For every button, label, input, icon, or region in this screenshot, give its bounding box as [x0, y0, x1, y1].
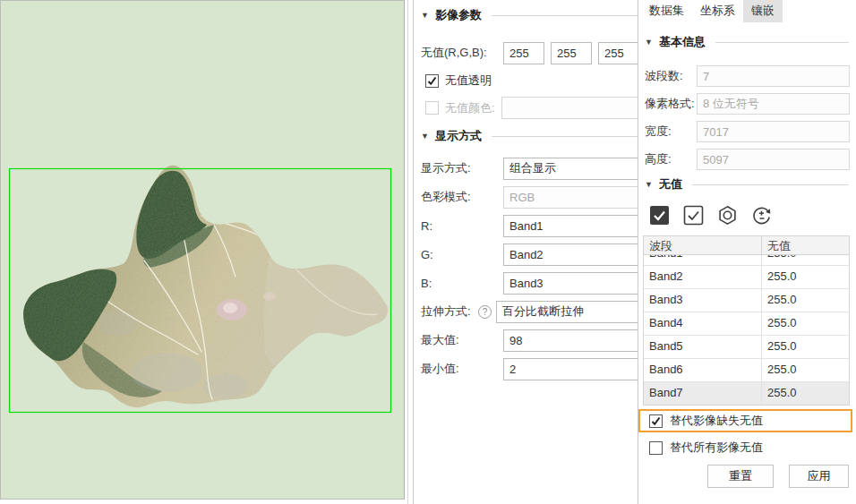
green-band-label: G:	[421, 248, 503, 261]
replace-missing-label: 替代影像缺失无值	[670, 413, 763, 429]
novalue-rgb-label: 无值(R,G,B):	[421, 45, 503, 61]
reset-button[interactable]: 重置	[707, 465, 774, 488]
collapse-arrow-icon: ▼	[421, 11, 429, 20]
blue-band-select[interactable]: Band3	[503, 272, 638, 295]
novalue-table-body: Band1255.0Band2255.0Band3255.0Band4255.0…	[644, 255, 849, 405]
band-column-header[interactable]: 波段	[644, 236, 762, 254]
red-band-select[interactable]: Band1	[503, 215, 638, 237]
replace-all-row[interactable]: 替代所有影像无值	[649, 440, 856, 456]
band-cell: Band6	[644, 359, 762, 381]
field-value: 7017	[697, 121, 850, 142]
field-label: 像素格式:	[645, 96, 697, 112]
section-basic-info[interactable]: ▼ 基本信息	[645, 34, 856, 50]
panel-tabs: 数据集坐标系镶嵌	[641, 0, 856, 22]
table-row[interactable]: Band4255.0	[644, 312, 849, 336]
help-icon[interactable]: ?	[478, 305, 492, 319]
novalue-r-input[interactable]: 255	[503, 42, 544, 64]
band-cell: Band7	[644, 382, 762, 405]
section-display-mode[interactable]: ▼ 显示方式	[421, 128, 638, 144]
application-window: ▼ 影像参数 无值(R,G,B): 255 255 255 无值透明 无值颜色:…	[0, 0, 856, 504]
max-value-label: 最大值:	[421, 332, 503, 348]
satellite-map-image	[1, 1, 404, 499]
apply-button[interactable]: 应用	[789, 465, 849, 488]
divider	[492, 15, 638, 16]
novalue-transparent-label: 无值透明	[445, 73, 492, 89]
mosaic-info-panel: 数据集坐标系镶嵌 ▼ 基本信息 波段数:7像素格式:8 位无符号宽度:7017高…	[638, 0, 856, 504]
basic-info-fields: 波段数:7像素格式:8 位无符号宽度:7017高度:5097	[641, 65, 856, 170]
novalue-b-input[interactable]: 255	[598, 42, 638, 64]
tab-坐标系[interactable]: 坐标系	[692, 0, 743, 22]
novalue-g-input[interactable]: 255	[551, 42, 592, 64]
novalue-cell: 255.0	[762, 289, 849, 312]
section-title: 影像参数	[435, 7, 482, 23]
table-row[interactable]: Band6255.0	[644, 359, 849, 382]
min-value-label: 最小值:	[421, 361, 503, 377]
replace-missing-checkbox[interactable]	[649, 414, 663, 428]
novalue-cell: 255.0	[762, 336, 849, 358]
collapse-arrow-icon: ▼	[421, 132, 429, 141]
table-row[interactable]: Band7255.0	[644, 382, 849, 405]
section-image-params[interactable]: ▼ 影像参数	[421, 7, 638, 23]
check-filled-icon[interactable]	[648, 204, 670, 226]
novalue-toolbar	[648, 203, 856, 226]
min-value-input[interactable]: 2	[503, 358, 638, 380]
band-cell: Band1	[644, 255, 762, 265]
divider	[715, 42, 849, 43]
band-cell: Band2	[644, 266, 762, 288]
color-mode-select: RGB	[503, 186, 638, 209]
table-scroll-area[interactable]: Band1255.0Band2255.0Band3255.0Band4255.0…	[644, 255, 849, 405]
novalue-color-checkbox[interactable]	[425, 101, 439, 115]
collapse-arrow-icon: ▼	[645, 180, 653, 189]
tab-镶嵌[interactable]: 镶嵌	[743, 0, 783, 22]
collapse-arrow-icon: ▼	[645, 38, 653, 47]
section-title: 显示方式	[435, 128, 482, 144]
image-params-panel: ▼ 影像参数 无值(R,G,B): 255 255 255 无值透明 无值颜色:…	[415, 0, 638, 504]
display-mode-select[interactable]: 组合显示	[503, 158, 638, 180]
band-cell: Band4	[644, 312, 762, 335]
field-label: 宽度:	[645, 124, 697, 140]
novalue-cell: 255.0	[762, 359, 849, 381]
replace-all-checkbox[interactable]	[649, 441, 663, 455]
table-row[interactable]: Band1255.0	[644, 255, 849, 266]
novalue-cell: 255.0	[762, 255, 849, 265]
blue-band-label: B:	[421, 277, 503, 290]
pane-splitter[interactable]	[405, 0, 414, 504]
hexagon-nut-icon[interactable]	[716, 204, 738, 226]
check-outline-icon[interactable]	[682, 204, 704, 226]
field-value: 7	[697, 65, 850, 87]
table-row[interactable]: Band2255.0	[644, 266, 849, 289]
novalue-column-header[interactable]: 无值	[762, 236, 849, 254]
action-buttons: 重置 应用	[641, 465, 849, 488]
band-cell: Band5	[644, 336, 762, 358]
section-title: 基本信息	[659, 34, 706, 50]
table-row[interactable]: Band3255.0	[644, 289, 849, 312]
novalue-table: 波段 无值 Band1255.0Band2255.0Band3255.0Band…	[643, 235, 850, 406]
recalc-plusminus-icon[interactable]	[750, 204, 772, 226]
novalue-color-label: 无值颜色:	[445, 100, 495, 116]
max-value-input[interactable]: 98	[503, 329, 638, 352]
novalue-transparent-checkbox[interactable]	[425, 74, 439, 88]
stretch-mode-select[interactable]: 百分比截断拉伸	[496, 301, 638, 323]
table-header: 波段 无值	[644, 236, 849, 255]
replace-missing-row[interactable]: 替代影像缺失无值	[638, 409, 852, 432]
novalue-cell: 255.0	[762, 382, 849, 405]
info-field-row: 像素格式:8 位无符号	[645, 93, 856, 115]
color-mode-label: 色彩模式:	[421, 189, 503, 205]
red-band-label: R:	[421, 219, 503, 233]
novalue-cell: 255.0	[762, 266, 849, 288]
table-row[interactable]: Band5255.0	[644, 336, 849, 359]
novalue-cell: 255.0	[762, 312, 849, 335]
field-label: 高度:	[645, 151, 697, 167]
divider	[692, 184, 849, 185]
info-field-row: 波段数:7	[645, 65, 856, 87]
field-label: 波段数:	[645, 68, 697, 84]
display-mode-label: 显示方式:	[421, 160, 503, 176]
info-field-row: 宽度:7017	[645, 121, 856, 142]
green-band-select[interactable]: Band2	[503, 243, 638, 266]
novalue-color-swatch	[501, 97, 638, 119]
section-title: 无值	[659, 176, 682, 192]
divider	[492, 136, 638, 137]
section-novalue[interactable]: ▼ 无值	[645, 176, 856, 192]
map-viewport[interactable]	[0, 0, 405, 500]
tab-数据集[interactable]: 数据集	[641, 0, 692, 22]
